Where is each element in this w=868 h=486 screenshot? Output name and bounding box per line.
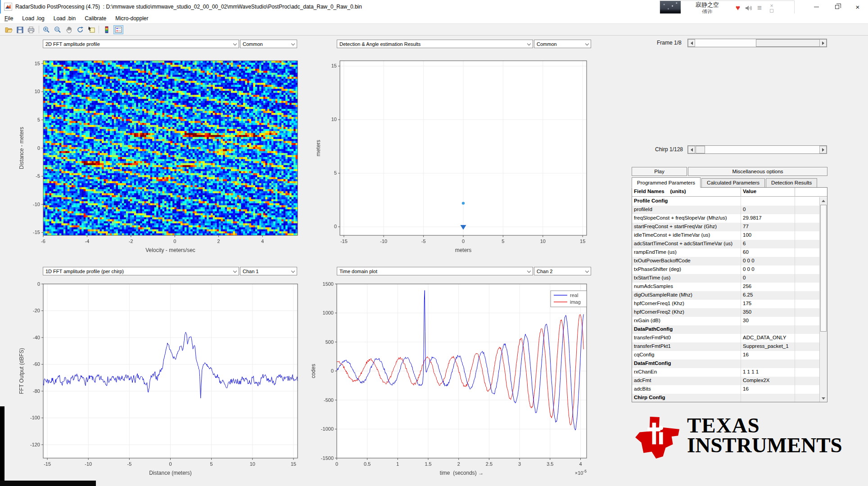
legend[interactable]: realimag [551,291,587,307]
open-file-icon[interactable] [4,25,14,34]
menu-item-micro-doppler[interactable]: Micro-doppler [111,14,153,23]
insert-colorbar-icon[interactable] [102,25,112,34]
table-row[interactable]: adcStartTimeConst + adcStartTimeVar (us)… [632,240,819,248]
table-row[interactable]: idleTimeConst + idleTimeVar (us)100 [632,231,819,240]
y-axis-label: codes [310,364,316,378]
table-row[interactable]: DataPathConfig [632,325,819,334]
table-scrollbar[interactable] [819,197,827,402]
plot-type-select-heatmap[interactable]: 2D FFT amplitude profile [43,40,239,48]
parameters-table: Field Names (units) Value Profile Config… [632,187,827,402]
tick-label: -15 [340,238,348,244]
table-row[interactable]: freqSlopeConst + freqSlopeVar (Mhz/us)29… [632,214,819,223]
table-row[interactable]: hpfCornerFreq1 (Khz)175 [632,300,819,308]
widget-close-icon[interactable]: × [770,4,773,8]
plot-type-select-detection[interactable]: Detection & Angle estimation Results [337,40,533,48]
scroll-up-arrow[interactable] [820,197,827,204]
table-row[interactable]: Profile Config [632,197,819,206]
menu-item-file[interactable]: File [0,14,18,23]
table-row[interactable]: txStartTime (us)0 [632,274,819,283]
restore-button[interactable] [827,0,847,14]
table-row[interactable]: txPhaseShifter (deg)0 0 0 [632,266,819,274]
x-axis-multiplier: ×10-5 [575,469,587,476]
table-row[interactable]: rampEndTime (us)60 [632,248,819,257]
minimize-button[interactable] [806,0,827,14]
table-row[interactable]: digOutSampleRate (Mhz)6.25 [632,291,819,300]
close-button[interactable]: × [847,0,868,14]
tick-label: -40 [33,335,40,340]
value-cell: Complex2X [741,377,795,385]
tick-label: 4 [579,461,582,467]
menu-item-load-bin[interactable]: Load .bin [49,14,80,23]
value-cell: 16 [741,385,795,394]
chirp-slider-left-arrow[interactable] [688,146,695,153]
x-axis-label: Velocity - meters/sec [145,247,195,253]
tick-label: 4 [261,238,264,244]
y-axis-label: Distance - meters [18,127,25,169]
frame-slider-right-arrow[interactable] [819,39,827,47]
zoom-in-icon[interactable] [41,25,51,34]
chirp-slider[interactable] [687,145,827,154]
table-row[interactable]: txOutPowerBackoffCode0 0 0 [632,257,819,266]
plot-type-select-fft1d[interactable]: 1D FFT amplitude profile (per chirp) [43,267,239,275]
value-cell [741,325,795,334]
field-name-cell: digOutSampleRate (Mhz) [632,291,741,300]
chevron-down-icon [525,267,533,275]
menu-item-load-log[interactable]: Load .log [18,14,49,23]
zoom-out-icon[interactable] [53,25,63,34]
table-row[interactable]: numAdcSamples256 [632,283,819,291]
channel-select-heatmap[interactable]: Common [240,40,297,48]
table-row[interactable]: Chirp Config [632,394,819,402]
table-row[interactable]: hpfCornerFreq2 (Khz)350 [632,308,819,317]
value-cell [741,197,795,206]
pan-icon[interactable] [64,25,74,34]
field-name-cell: hpfCornerFreq1 (Khz) [632,300,741,308]
table-row[interactable]: adcBits16 [632,385,819,394]
favorite-heart-icon[interactable]: ♥ [736,4,740,13]
table-row[interactable]: profileId0 [632,206,819,214]
table-row[interactable]: transferFmtPkt1Suppress_packet_1 [632,342,819,351]
tab-programmed-parameters[interactable]: Programmed Parameters [632,177,701,188]
channel-select-fft1d[interactable]: Chan 1 [240,267,297,275]
tick-label: 2.5 [486,461,493,467]
tick-label: 0 [462,238,465,244]
playlist-icon[interactable]: ≡ [757,4,762,13]
rotate-3d-icon[interactable] [75,25,85,34]
play-button[interactable]: Play [632,167,687,176]
channel-select-detection[interactable]: Common [534,40,591,48]
save-icon[interactable] [15,25,25,34]
table-row[interactable]: cqConfig16 [632,351,819,360]
menu-item-calibrate[interactable]: Calibrate [80,14,111,23]
frame-slider[interactable] [687,39,827,47]
scroll-down-arrow[interactable] [820,395,827,402]
frame-slider-thumb[interactable] [756,39,820,47]
table-row[interactable]: rxGain (dB)30 [632,317,819,325]
table-row[interactable]: DataFmtConfig [632,360,819,368]
insert-legend-icon[interactable] [113,25,123,34]
chirp-slider-thumb[interactable] [696,146,705,153]
table-row[interactable]: transferFmtPkt0ADC_DATA_ONLY [632,334,819,342]
data-cursor-icon[interactable] [86,25,96,34]
print-icon[interactable] [26,25,36,34]
widget-minimize-icon[interactable] [770,9,773,13]
plot-type-select-timedomain[interactable]: Time domain plot [337,267,533,275]
tick-label: 5 [37,117,40,122]
table-row[interactable]: rxChanEn1 1 1 1 [632,368,819,377]
frame-slider-left-arrow[interactable] [688,39,695,47]
scrollbar-thumb[interactable] [820,205,827,332]
field-name-cell: txOutPowerBackoffCode [632,257,741,266]
table-row[interactable]: startFreqConst + startFreqVar (Ghz)77 [632,223,819,231]
title-bar[interactable]: RadarStudio PostProcessing (4.75) : D:\m… [0,0,868,14]
value-cell: 350 [741,308,795,317]
tab-detection-results[interactable]: Detection Results [766,178,817,188]
tab-calculated-parameters[interactable]: Calculated Parameters [701,178,765,188]
miscellaneous-options-button[interactable]: Miscellaneous options [688,167,827,176]
value-cell: 100 [741,231,795,240]
range-doppler-heatmap[interactable] [43,61,298,235]
field-name-cell: transferFmtPkt1 [632,342,741,351]
ti-wordmark-line2: INSTRUMENTS [687,436,842,455]
table-row[interactable]: adcFmtComplex2X [632,377,819,385]
chevron-down-icon [289,40,297,48]
chirp-slider-right-arrow[interactable] [819,146,827,153]
channel-select-timedomain[interactable]: Chan 2 [534,267,591,275]
speaker-icon[interactable] [745,4,753,12]
